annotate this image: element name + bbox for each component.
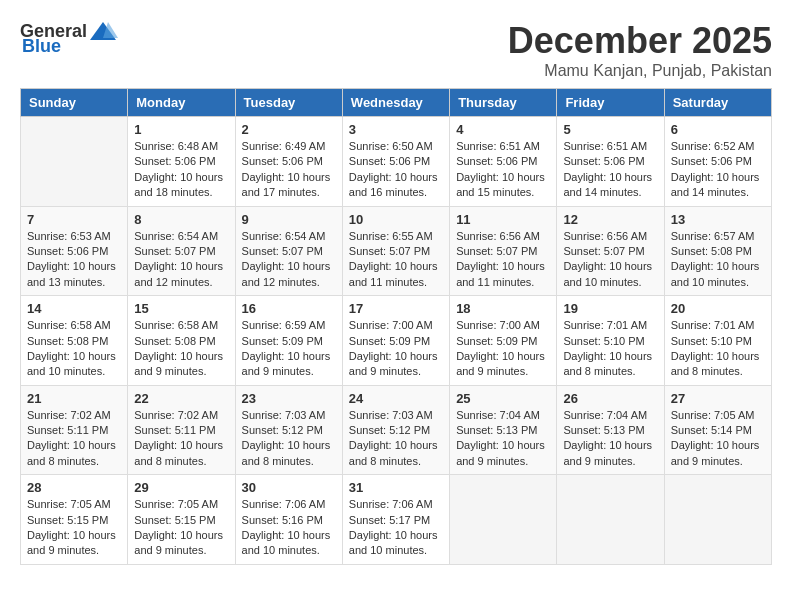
calendar-table: SundayMondayTuesdayWednesdayThursdayFrid… xyxy=(20,88,772,565)
cell-date-number: 19 xyxy=(563,301,657,316)
calendar-cell: 13Sunrise: 6:57 AM Sunset: 5:08 PM Dayli… xyxy=(664,206,771,296)
cell-info: Sunrise: 6:58 AM Sunset: 5:08 PM Dayligh… xyxy=(134,318,228,380)
calendar-cell: 11Sunrise: 6:56 AM Sunset: 5:07 PM Dayli… xyxy=(450,206,557,296)
calendar-cell: 5Sunrise: 6:51 AM Sunset: 5:06 PM Daylig… xyxy=(557,117,664,207)
cell-date-number: 2 xyxy=(242,122,336,137)
cell-date-number: 21 xyxy=(27,391,121,406)
calendar-cell: 27Sunrise: 7:05 AM Sunset: 5:14 PM Dayli… xyxy=(664,385,771,475)
calendar-cell: 21Sunrise: 7:02 AM Sunset: 5:11 PM Dayli… xyxy=(21,385,128,475)
calendar-cell: 25Sunrise: 7:04 AM Sunset: 5:13 PM Dayli… xyxy=(450,385,557,475)
cell-info: Sunrise: 6:56 AM Sunset: 5:07 PM Dayligh… xyxy=(563,229,657,291)
cell-info: Sunrise: 6:50 AM Sunset: 5:06 PM Dayligh… xyxy=(349,139,443,201)
cell-info: Sunrise: 7:00 AM Sunset: 5:09 PM Dayligh… xyxy=(456,318,550,380)
cell-info: Sunrise: 7:04 AM Sunset: 5:13 PM Dayligh… xyxy=(563,408,657,470)
logo: General Blue xyxy=(20,20,119,57)
cell-info: Sunrise: 7:01 AM Sunset: 5:10 PM Dayligh… xyxy=(563,318,657,380)
calendar-cell: 20Sunrise: 7:01 AM Sunset: 5:10 PM Dayli… xyxy=(664,296,771,386)
calendar-week-2: 7Sunrise: 6:53 AM Sunset: 5:06 PM Daylig… xyxy=(21,206,772,296)
cell-info: Sunrise: 7:05 AM Sunset: 5:15 PM Dayligh… xyxy=(134,497,228,559)
calendar-cell: 6Sunrise: 6:52 AM Sunset: 5:06 PM Daylig… xyxy=(664,117,771,207)
calendar-cell: 1Sunrise: 6:48 AM Sunset: 5:06 PM Daylig… xyxy=(128,117,235,207)
cell-date-number: 31 xyxy=(349,480,443,495)
cell-date-number: 27 xyxy=(671,391,765,406)
cell-date-number: 15 xyxy=(134,301,228,316)
calendar-header-tuesday: Tuesday xyxy=(235,89,342,117)
cell-info: Sunrise: 6:51 AM Sunset: 5:06 PM Dayligh… xyxy=(563,139,657,201)
calendar-cell: 12Sunrise: 6:56 AM Sunset: 5:07 PM Dayli… xyxy=(557,206,664,296)
cell-info: Sunrise: 6:52 AM Sunset: 5:06 PM Dayligh… xyxy=(671,139,765,201)
calendar-cell: 15Sunrise: 6:58 AM Sunset: 5:08 PM Dayli… xyxy=(128,296,235,386)
cell-info: Sunrise: 6:49 AM Sunset: 5:06 PM Dayligh… xyxy=(242,139,336,201)
logo-icon xyxy=(88,20,118,42)
cell-date-number: 1 xyxy=(134,122,228,137)
page-subtitle: Mamu Kanjan, Punjab, Pakistan xyxy=(508,62,772,80)
cell-date-number: 26 xyxy=(563,391,657,406)
calendar-cell: 17Sunrise: 7:00 AM Sunset: 5:09 PM Dayli… xyxy=(342,296,449,386)
cell-date-number: 10 xyxy=(349,212,443,227)
cell-info: Sunrise: 6:59 AM Sunset: 5:09 PM Dayligh… xyxy=(242,318,336,380)
cell-info: Sunrise: 7:02 AM Sunset: 5:11 PM Dayligh… xyxy=(27,408,121,470)
page-title: December 2025 xyxy=(508,20,772,62)
cell-info: Sunrise: 7:05 AM Sunset: 5:15 PM Dayligh… xyxy=(27,497,121,559)
cell-info: Sunrise: 7:05 AM Sunset: 5:14 PM Dayligh… xyxy=(671,408,765,470)
calendar-week-4: 21Sunrise: 7:02 AM Sunset: 5:11 PM Dayli… xyxy=(21,385,772,475)
calendar-cell: 4Sunrise: 6:51 AM Sunset: 5:06 PM Daylig… xyxy=(450,117,557,207)
calendar-cell xyxy=(21,117,128,207)
calendar-cell: 16Sunrise: 6:59 AM Sunset: 5:09 PM Dayli… xyxy=(235,296,342,386)
calendar-header-monday: Monday xyxy=(128,89,235,117)
calendar-cell xyxy=(450,475,557,565)
calendar-cell xyxy=(557,475,664,565)
cell-date-number: 22 xyxy=(134,391,228,406)
calendar-cell: 23Sunrise: 7:03 AM Sunset: 5:12 PM Dayli… xyxy=(235,385,342,475)
title-section: December 2025 Mamu Kanjan, Punjab, Pakis… xyxy=(508,20,772,80)
cell-info: Sunrise: 7:06 AM Sunset: 5:16 PM Dayligh… xyxy=(242,497,336,559)
calendar-cell: 28Sunrise: 7:05 AM Sunset: 5:15 PM Dayli… xyxy=(21,475,128,565)
calendar-cell: 2Sunrise: 6:49 AM Sunset: 5:06 PM Daylig… xyxy=(235,117,342,207)
cell-info: Sunrise: 6:48 AM Sunset: 5:06 PM Dayligh… xyxy=(134,139,228,201)
cell-info: Sunrise: 6:53 AM Sunset: 5:06 PM Dayligh… xyxy=(27,229,121,291)
cell-date-number: 24 xyxy=(349,391,443,406)
cell-info: Sunrise: 7:06 AM Sunset: 5:17 PM Dayligh… xyxy=(349,497,443,559)
cell-info: Sunrise: 7:03 AM Sunset: 5:12 PM Dayligh… xyxy=(242,408,336,470)
cell-date-number: 11 xyxy=(456,212,550,227)
cell-date-number: 13 xyxy=(671,212,765,227)
cell-date-number: 3 xyxy=(349,122,443,137)
cell-date-number: 28 xyxy=(27,480,121,495)
calendar-cell: 19Sunrise: 7:01 AM Sunset: 5:10 PM Dayli… xyxy=(557,296,664,386)
calendar-cell: 24Sunrise: 7:03 AM Sunset: 5:12 PM Dayli… xyxy=(342,385,449,475)
cell-date-number: 29 xyxy=(134,480,228,495)
calendar-week-5: 28Sunrise: 7:05 AM Sunset: 5:15 PM Dayli… xyxy=(21,475,772,565)
cell-date-number: 17 xyxy=(349,301,443,316)
cell-info: Sunrise: 6:55 AM Sunset: 5:07 PM Dayligh… xyxy=(349,229,443,291)
cell-date-number: 6 xyxy=(671,122,765,137)
calendar-cell: 29Sunrise: 7:05 AM Sunset: 5:15 PM Dayli… xyxy=(128,475,235,565)
cell-date-number: 12 xyxy=(563,212,657,227)
cell-info: Sunrise: 6:54 AM Sunset: 5:07 PM Dayligh… xyxy=(242,229,336,291)
calendar-week-3: 14Sunrise: 6:58 AM Sunset: 5:08 PM Dayli… xyxy=(21,296,772,386)
cell-info: Sunrise: 7:03 AM Sunset: 5:12 PM Dayligh… xyxy=(349,408,443,470)
calendar-header-wednesday: Wednesday xyxy=(342,89,449,117)
calendar-cell: 30Sunrise: 7:06 AM Sunset: 5:16 PM Dayli… xyxy=(235,475,342,565)
calendar-cell: 18Sunrise: 7:00 AM Sunset: 5:09 PM Dayli… xyxy=(450,296,557,386)
calendar-cell: 31Sunrise: 7:06 AM Sunset: 5:17 PM Dayli… xyxy=(342,475,449,565)
cell-date-number: 25 xyxy=(456,391,550,406)
cell-date-number: 23 xyxy=(242,391,336,406)
calendar-cell: 14Sunrise: 6:58 AM Sunset: 5:08 PM Dayli… xyxy=(21,296,128,386)
cell-info: Sunrise: 7:01 AM Sunset: 5:10 PM Dayligh… xyxy=(671,318,765,380)
cell-info: Sunrise: 6:54 AM Sunset: 5:07 PM Dayligh… xyxy=(134,229,228,291)
cell-info: Sunrise: 6:58 AM Sunset: 5:08 PM Dayligh… xyxy=(27,318,121,380)
calendar-cell: 26Sunrise: 7:04 AM Sunset: 5:13 PM Dayli… xyxy=(557,385,664,475)
cell-info: Sunrise: 7:04 AM Sunset: 5:13 PM Dayligh… xyxy=(456,408,550,470)
cell-info: Sunrise: 6:57 AM Sunset: 5:08 PM Dayligh… xyxy=(671,229,765,291)
calendar-header-friday: Friday xyxy=(557,89,664,117)
calendar-cell: 8Sunrise: 6:54 AM Sunset: 5:07 PM Daylig… xyxy=(128,206,235,296)
cell-info: Sunrise: 6:51 AM Sunset: 5:06 PM Dayligh… xyxy=(456,139,550,201)
calendar-cell: 22Sunrise: 7:02 AM Sunset: 5:11 PM Dayli… xyxy=(128,385,235,475)
cell-date-number: 16 xyxy=(242,301,336,316)
cell-date-number: 14 xyxy=(27,301,121,316)
calendar-cell: 9Sunrise: 6:54 AM Sunset: 5:07 PM Daylig… xyxy=(235,206,342,296)
cell-info: Sunrise: 6:56 AM Sunset: 5:07 PM Dayligh… xyxy=(456,229,550,291)
calendar-header-saturday: Saturday xyxy=(664,89,771,117)
cell-info: Sunrise: 7:02 AM Sunset: 5:11 PM Dayligh… xyxy=(134,408,228,470)
calendar-header-thursday: Thursday xyxy=(450,89,557,117)
